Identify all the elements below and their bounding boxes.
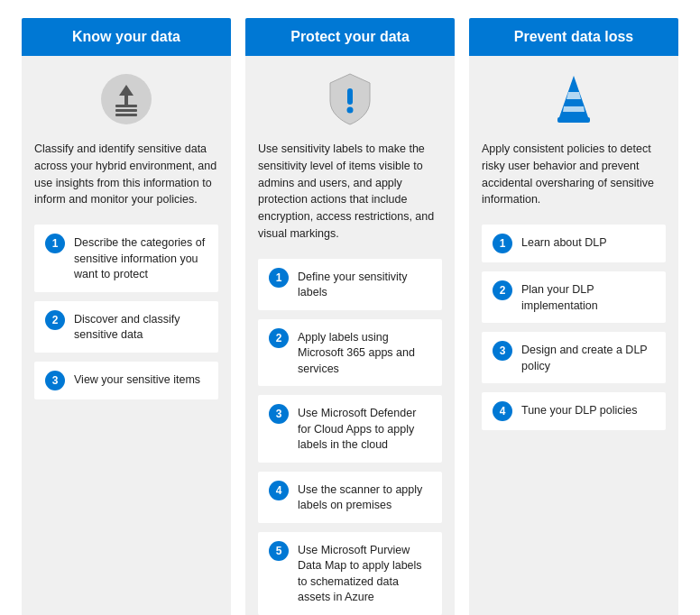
- protect-step-5[interactable]: 5 Use Microsoft Purview Data Map to appl…: [258, 532, 442, 615]
- svg-marker-8: [566, 92, 581, 99]
- protect-step-3[interactable]: 3 Use Microsoft Defender for Cloud Apps …: [258, 395, 442, 463]
- svg-rect-10: [557, 117, 590, 123]
- svg-rect-1: [115, 105, 137, 107]
- prevent-step-4-number: 4: [493, 401, 512, 421]
- protect-step-3-number: 3: [269, 404, 289, 424]
- svg-rect-3: [115, 114, 137, 116]
- prevent-description: Apply consistent policies to detect risk…: [482, 141, 666, 208]
- protect-step-5-number: 5: [269, 541, 289, 561]
- prevent-step-2[interactable]: 2 Plan your DLP implementation: [482, 271, 666, 323]
- prevent-step-1-number: 1: [493, 234, 512, 253]
- column-know-body: Classify and identify sensitive data acr…: [22, 56, 231, 615]
- column-know-header: Know your data: [22, 18, 231, 56]
- page-wrapper: Know your data Classify and identify sen…: [0, 0, 700, 615]
- protect-step-4-text: Use the scanner to apply labels on premi…: [298, 481, 431, 514]
- know-step-2-number: 2: [45, 310, 65, 330]
- protect-step-2-text: Apply labels using Microsoft 365 apps an…: [298, 328, 431, 378]
- protect-step-5-text: Use Microsoft Purview Data Map to apply …: [298, 541, 431, 606]
- know-step-3-text: View your sensitive items: [74, 371, 200, 389]
- protect-description: Use sensitivity labels to make the sensi…: [258, 141, 442, 243]
- column-protect-header: Protect your data: [245, 18, 455, 56]
- prevent-icon: [482, 70, 666, 128]
- svg-marker-9: [563, 106, 585, 112]
- prevent-step-3[interactable]: 3 Design and create a DLP policy: [482, 332, 666, 383]
- protect-step-4-number: 4: [269, 481, 289, 500]
- protect-step-1-text: Define your sensitivity labels: [298, 268, 431, 301]
- protect-icon: [258, 70, 442, 128]
- prevent-step-1-text: Learn about DLP: [521, 234, 607, 252]
- know-step-2-text: Discover and classify sensitive data: [74, 310, 207, 344]
- know-step-1[interactable]: 1 Describe the categories of sensitive i…: [34, 225, 218, 292]
- svg-rect-2: [115, 109, 137, 112]
- protect-step-1[interactable]: 1 Define your sensitivity labels: [258, 259, 442, 310]
- column-protect-body: Use sensitivity labels to make the sensi…: [245, 56, 455, 615]
- column-prevent: Prevent data loss Apply consistent polic…: [469, 18, 678, 615]
- know-description: Classify and identify sensitive data acr…: [34, 141, 218, 208]
- prevent-step-4[interactable]: 4 Tune your DLP policies: [482, 392, 666, 430]
- protect-step-2-number: 2: [269, 328, 289, 348]
- column-know: Know your data Classify and identify sen…: [22, 18, 231, 615]
- know-step-2[interactable]: 2 Discover and classify sensitive data: [34, 301, 218, 353]
- prevent-step-1[interactable]: 1 Learn about DLP: [482, 225, 666, 262]
- svg-rect-5: [347, 88, 353, 105]
- protect-step-1-number: 1: [269, 268, 289, 288]
- protect-step-3-text: Use Microsoft Defender for Cloud Apps to…: [298, 404, 431, 454]
- prevent-step-2-number: 2: [493, 280, 512, 300]
- svg-point-6: [347, 107, 354, 114]
- prevent-step-3-text: Design and create a DLP policy: [521, 341, 655, 374]
- know-icon: [34, 70, 218, 128]
- know-step-3-number: 3: [45, 371, 65, 390]
- prevent-step-2-text: Plan your DLP implementation: [521, 280, 655, 314]
- know-step-1-text: Describe the categories of sensitive inf…: [74, 234, 207, 283]
- prevent-step-4-text: Tune your DLP policies: [521, 401, 638, 419]
- protect-step-4[interactable]: 4 Use the scanner to apply labels on pre…: [258, 472, 442, 523]
- know-step-3[interactable]: 3 View your sensitive items: [34, 362, 218, 399]
- prevent-step-3-number: 3: [493, 341, 512, 361]
- column-prevent-body: Apply consistent policies to detect risk…: [469, 56, 678, 615]
- protect-step-2[interactable]: 2 Apply labels using Microsoft 365 apps …: [258, 319, 442, 387]
- column-protect: Protect your data Use sensitivity labels…: [245, 18, 455, 615]
- know-step-1-number: 1: [45, 234, 65, 253]
- column-prevent-header: Prevent data loss: [469, 18, 678, 56]
